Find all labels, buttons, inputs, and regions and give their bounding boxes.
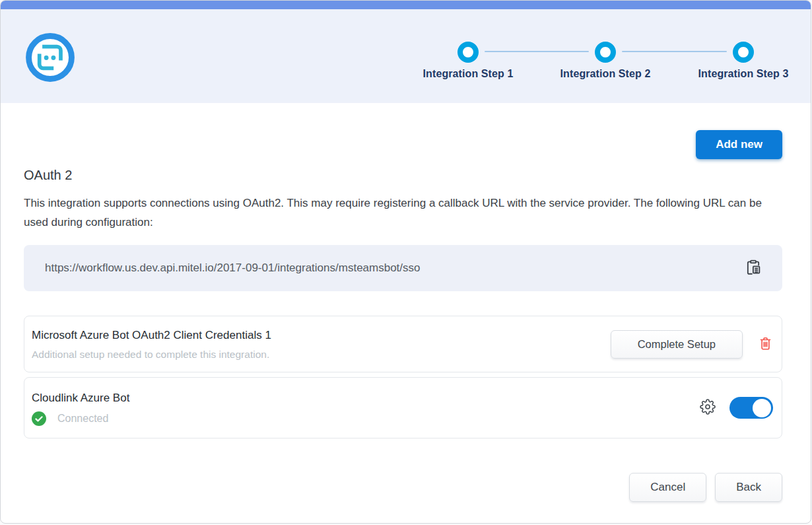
step-1-label: Integration Step 1 <box>423 68 514 80</box>
oauth-description: This integration supports connections us… <box>24 193 773 232</box>
integration-title: Cloudlink Azure Bot <box>32 390 687 406</box>
integration-card-cloudlink-bot: Cloudlink Azure Bot Connected <box>24 377 782 438</box>
wizard-content: Add new OAuth 2 This integration support… <box>1 130 811 502</box>
integration-card-azure-credentials: Microsoft Azure Bot OAuth2 Client Creden… <box>24 316 782 372</box>
connection-toggle[interactable] <box>729 397 773 419</box>
gear-icon <box>700 399 716 417</box>
add-new-button[interactable]: Add new <box>696 130 782 159</box>
toggle-knob <box>753 399 771 417</box>
window-top-accent-bar <box>1 1 811 9</box>
integration-settings-button[interactable] <box>700 399 716 417</box>
complete-setup-button[interactable]: Complete Setup <box>611 330 743 359</box>
clipboard-icon <box>744 258 762 279</box>
stepper-connector-2-3 <box>622 51 727 52</box>
bot-logo-icon <box>25 32 75 83</box>
wizard-header: Integration Step 1 Integration Step 2 In… <box>1 9 811 103</box>
copy-url-button[interactable] <box>744 258 762 279</box>
callback-url-text: https://workflow.us.dev.api.mitel.io/201… <box>45 262 421 275</box>
trash-icon <box>758 335 773 353</box>
integration-subtitle: Additional setup needed to complete this… <box>32 347 597 361</box>
back-button[interactable]: Back <box>715 473 782 502</box>
wizard-footer: Cancel Back <box>24 473 782 502</box>
step-1-circle[interactable] <box>457 42 479 63</box>
oauth-section-title: OAuth 2 <box>24 166 782 184</box>
callback-url-box: https://workflow.us.dev.api.mitel.io/201… <box>24 245 782 291</box>
integration-title: Microsoft Azure Bot OAuth2 Client Creden… <box>32 328 597 343</box>
step-3-label: Integration Step 3 <box>698 68 789 80</box>
cancel-button[interactable]: Cancel <box>629 473 706 502</box>
delete-integration-button[interactable] <box>758 335 773 353</box>
stepper-connector-1-2 <box>485 51 589 52</box>
step-2-label: Integration Step 2 <box>560 68 651 80</box>
step-3-circle[interactable] <box>733 42 754 63</box>
app-window: Integration Step 1 Integration Step 2 In… <box>0 0 811 524</box>
check-circle-icon <box>32 411 46 426</box>
connection-status-text: Connected <box>57 413 108 425</box>
step-2-circle[interactable] <box>595 42 616 63</box>
